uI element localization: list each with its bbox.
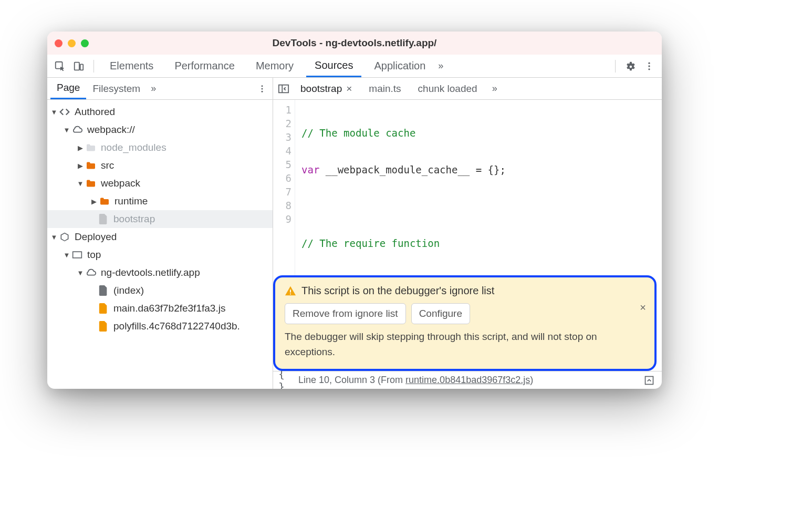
chevron-down-icon: ▼ [77, 180, 84, 188]
file-tab-bootstrap[interactable]: bootstrap × [293, 78, 359, 99]
tree-label: webpack:// [87, 124, 135, 136]
chevron-down-icon: ▼ [50, 108, 58, 116]
tab-sources[interactable]: Sources [306, 55, 361, 77]
kebab-icon[interactable] [642, 59, 657, 74]
file-tab-main[interactable]: main.ts [361, 78, 408, 99]
svg-point-6 [262, 85, 263, 87]
frame-icon [71, 249, 83, 261]
tree-top[interactable]: ▼ top [47, 246, 273, 264]
more-tabs-icon[interactable]: » [438, 60, 443, 71]
chevron-right-icon: ▶ [77, 144, 84, 152]
sources-sidebar: Page Filesystem » ▼ Authored ▼ webpack:/… [47, 78, 273, 389]
tree-runtime[interactable]: ▶ runtime [47, 192, 273, 210]
file-tab-label: bootstrap [300, 83, 342, 95]
svg-point-7 [262, 88, 263, 89]
close-icon[interactable]: × [640, 302, 646, 314]
devtools-window: DevTools - ng-devtools.netlify.app/ Elem… [47, 32, 662, 389]
banner-buttons: Remove from ignore list Configure [285, 303, 645, 324]
tree-polyjs[interactable]: polyfills.4c768d7122740d3b. [47, 317, 273, 335]
source-link[interactable]: runtime.0b841bad3967f3c2.js [405, 375, 530, 385]
svg-point-5 [648, 68, 650, 70]
tree-node-modules[interactable]: ▶ node_modules [47, 139, 273, 157]
cursor-position: Line 10, Column 3 (From runtime.0b841bad… [298, 375, 533, 386]
warning-icon [285, 285, 296, 297]
file-tab-chunk[interactable]: chunk loaded [411, 78, 485, 99]
svg-point-3 [648, 62, 650, 64]
remove-ignore-button[interactable]: Remove from ignore list [285, 303, 406, 324]
tree-authored[interactable]: ▼ Authored [47, 103, 273, 121]
device-icon[interactable] [71, 59, 86, 74]
configure-button[interactable]: Configure [411, 303, 470, 324]
tree-src[interactable]: ▶ src [47, 157, 273, 174]
gear-icon[interactable] [623, 59, 638, 74]
folder-icon [85, 160, 97, 171]
file-js-icon [98, 320, 109, 332]
tree-label: node_modules [101, 142, 166, 153]
file-tree: ▼ Authored ▼ webpack:// ▶ node_modules ▶ [47, 100, 273, 389]
svg-rect-2 [80, 64, 84, 70]
tree-bootstrap[interactable]: bootstrap [47, 210, 273, 228]
more-file-tabs-icon[interactable]: » [487, 83, 503, 94]
code-icon [59, 106, 70, 118]
tab-application[interactable]: Application [366, 55, 434, 77]
tree-label: runtime [114, 195, 148, 207]
tree-label: (index) [113, 285, 144, 296]
folder-open-icon [85, 178, 97, 189]
svg-rect-9 [73, 252, 82, 258]
tree-deployed[interactable]: ▼ Deployed [47, 228, 273, 246]
tree-label: top [87, 249, 101, 261]
tree-label: webpack [101, 178, 140, 189]
editor-panel: bootstrap × main.ts chunk loaded » 1 2 3… [273, 78, 662, 389]
tree-label: ng-devtools.netlify.app [101, 267, 200, 278]
tab-performance[interactable]: Performance [166, 55, 243, 77]
chevron-down-icon: ▼ [50, 233, 58, 241]
file-icon [98, 213, 109, 225]
tree-mainjs[interactable]: main.da63f7b2fe3f1fa3.js [47, 299, 273, 317]
chevron-down-icon: ▼ [77, 269, 84, 277]
toggle-navigator-icon[interactable] [276, 81, 291, 96]
file-js-icon [98, 303, 109, 314]
titlebar: DevTools - ng-devtools.netlify.app/ [47, 32, 662, 55]
tree-label: main.da63f7b2fe3f1fa3.js [113, 303, 225, 314]
file-tab-label: chunk loaded [418, 83, 477, 95]
inspect-icon[interactable] [53, 59, 67, 74]
tree-label: Deployed [75, 231, 117, 243]
tree-domain[interactable]: ▼ ng-devtools.netlify.app [47, 264, 273, 282]
folder-icon [85, 142, 97, 153]
chevron-down-icon: ▼ [63, 126, 70, 134]
tree-label: bootstrap [113, 213, 155, 225]
svg-point-4 [648, 65, 650, 67]
pretty-print-icon[interactable]: { } [278, 373, 293, 388]
file-icon [98, 285, 109, 296]
file-tabs: bootstrap × main.ts chunk loaded » [273, 78, 662, 100]
close-icon[interactable]: × [346, 83, 352, 95]
banner-description: The debugger will skip stepping through … [285, 329, 645, 359]
tree-label: src [101, 160, 114, 171]
tree-webpack-dir[interactable]: ▼ webpack [47, 174, 273, 192]
sidebar-tab-filesystem[interactable]: Filesystem [86, 78, 147, 99]
svg-rect-12 [290, 289, 291, 293]
svg-point-8 [262, 90, 263, 92]
tree-label: polyfills.4c768d7122740d3b. [113, 320, 240, 332]
svg-rect-1 [75, 62, 79, 70]
sidebar-tabs: Page Filesystem » [47, 78, 273, 100]
window-title: DevTools - ng-devtools.netlify.app/ [47, 37, 662, 49]
sidebar-tab-page[interactable]: Page [50, 78, 86, 99]
banner-header: This script is on the debugger's ignore … [285, 285, 645, 297]
tree-webpack-root[interactable]: ▼ webpack:// [47, 121, 273, 139]
chevron-down-icon: ▼ [63, 251, 70, 259]
tab-memory[interactable]: Memory [247, 55, 302, 77]
tree-index[interactable]: (index) [47, 282, 273, 299]
chevron-right-icon: ▶ [77, 162, 84, 170]
box-icon [59, 231, 70, 243]
tab-elements[interactable]: Elements [101, 55, 162, 77]
ignore-list-banner: This script is on the debugger's ignore … [273, 275, 657, 371]
sidebar-kebab-icon[interactable] [255, 81, 269, 96]
file-tab-label: main.ts [369, 83, 401, 95]
svg-rect-14 [646, 376, 653, 384]
sidebar-more-icon[interactable]: » [147, 83, 160, 94]
cloud-icon [85, 267, 97, 278]
main-toolbar: Elements Performance Memory Sources Appl… [47, 55, 662, 78]
collapse-icon[interactable] [642, 373, 657, 388]
tree-label: Authored [75, 106, 115, 118]
